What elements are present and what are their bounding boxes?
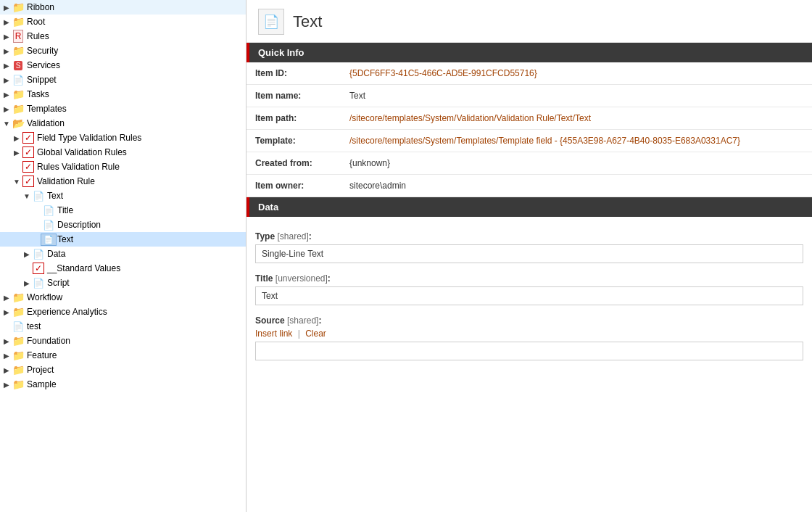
tree-toggle-validation-rule[interactable]: ▼ xyxy=(12,178,22,186)
source-input[interactable] xyxy=(255,342,803,360)
tree-icon-check: ✓ xyxy=(22,161,35,173)
tree-toggle-feature[interactable]: ▶ xyxy=(1,352,12,360)
template-value[interactable]: /sitecore/templates/System/Templates/Tem… xyxy=(349,136,740,146)
tree-icon-check: ✓ xyxy=(32,263,45,274)
tree-toggle-templates[interactable]: ▶ xyxy=(1,105,12,113)
tree-label-project: Project xyxy=(27,365,54,375)
tree-toggle-field-type-validation-rules[interactable]: ▶ xyxy=(12,134,22,142)
tree-item-title-node[interactable]: 📄Title xyxy=(0,203,246,218)
type-input[interactable] xyxy=(255,244,803,263)
insert-link-button[interactable]: Insert link xyxy=(255,329,292,339)
clear-button[interactable]: Clear xyxy=(305,329,326,339)
tree-item-services[interactable]: ▶SServices xyxy=(0,58,246,73)
tree-item-field-type-validation-rules[interactable]: ▶✓Field Type Validation Rules xyxy=(0,131,246,145)
tree-toggle-text-node[interactable]: ▼ xyxy=(22,192,32,200)
tree-toggle-ribbon[interactable]: ▶ xyxy=(1,4,12,12)
item-id-value[interactable]: {5DCF6FF3-41C5-466C-AD5E-991CFCD55716} xyxy=(349,68,537,78)
tree-icon-folder: 📁 xyxy=(12,88,25,100)
tree-label-services: Services xyxy=(27,60,60,70)
tree-label-description-node: Description xyxy=(57,220,101,230)
tree-toggle-workflow[interactable]: ▶ xyxy=(1,294,12,302)
tree-label-experience-analytics: Experience Analytics xyxy=(27,307,107,317)
content-panel: 📄 Text Quick Info Item ID: {5DCF6FF3-41C… xyxy=(246,0,812,512)
template-row: Template: /sitecore/templates/System/Tem… xyxy=(246,130,812,152)
tree-item-rules[interactable]: ▶RRules xyxy=(0,29,246,44)
tree-item-standard-values[interactable]: ✓__Standard Values xyxy=(0,261,246,276)
tree-item-rules-validation-rule[interactable]: ✓Rules Validation Rule xyxy=(0,160,246,174)
tree-label-ribbon: Ribbon xyxy=(27,2,54,12)
item-name-row: Item name: Text xyxy=(246,85,812,107)
tree-item-tasks[interactable]: ▶📁Tasks xyxy=(0,87,246,102)
tree-item-description-node[interactable]: 📄Description xyxy=(0,218,246,232)
tree-item-feature[interactable]: ▶📁Feature xyxy=(0,348,246,363)
item-path-label: Item path: xyxy=(246,107,341,130)
quick-info-header: Quick Info xyxy=(246,43,812,62)
created-from-label: Created from: xyxy=(246,152,341,175)
tree-panel: ▶📁Ribbon▶📁Root▶RRules▶📁Security▶SService… xyxy=(0,0,246,512)
tree-item-foundation[interactable]: ▶📁Foundation xyxy=(0,334,246,348)
tree-icon-check: ✓ xyxy=(22,176,35,187)
tree-label-validation-rule: Validation Rule xyxy=(37,176,95,186)
item-path-value[interactable]: /sitecore/templates/System/Validation/Va… xyxy=(349,113,591,123)
tree-toggle-sample[interactable]: ▶ xyxy=(1,381,12,389)
tree-label-test: test xyxy=(27,321,41,331)
tree-icon-template: 📄 xyxy=(12,321,25,332)
tree-icon-folder: 📁 xyxy=(12,45,25,57)
tree-item-workflow[interactable]: ▶📁Workflow xyxy=(0,290,246,305)
created-from-value: {unknown} xyxy=(341,152,812,175)
tree-toggle-root[interactable]: ▶ xyxy=(1,18,12,26)
tree-item-script-node[interactable]: ▶📄Script xyxy=(0,276,246,290)
tree-label-title-node: Title xyxy=(57,205,73,215)
tree-item-text-field-node[interactable]: 📄Text xyxy=(0,232,246,247)
page-header: 📄 Text xyxy=(246,0,812,43)
tree-toggle-rules[interactable]: ▶ xyxy=(1,33,12,41)
tree-item-text-node[interactable]: ▼📄Text xyxy=(0,189,246,203)
tree-toggle-services[interactable]: ▶ xyxy=(1,62,12,70)
data-section: Type [shared]: Title [unversioned]: Sour… xyxy=(246,217,812,368)
tree-toggle-script-node[interactable]: ▶ xyxy=(22,279,32,287)
quick-info-table: Item ID: {5DCF6FF3-41C5-466C-AD5E-991CFC… xyxy=(246,62,812,197)
tree-icon-folder: 📁 xyxy=(12,379,25,390)
page-title: Text xyxy=(293,12,322,31)
tree-item-validation-rule[interactable]: ▼✓Validation Rule xyxy=(0,174,246,189)
tree-toggle-foundation[interactable]: ▶ xyxy=(1,337,12,345)
tree-label-rules: Rules xyxy=(27,31,49,41)
tree-label-templates: Templates xyxy=(27,104,67,114)
tree-label-standard-values: __Standard Values xyxy=(47,263,120,273)
tree-toggle-project[interactable]: ▶ xyxy=(1,366,12,374)
tree-label-foundation: Foundation xyxy=(27,336,70,346)
tree-item-sample[interactable]: ▶📁Sample xyxy=(0,377,246,392)
item-name-value: Text xyxy=(341,85,812,107)
title-input[interactable] xyxy=(255,286,803,305)
document-icon: 📄 xyxy=(263,14,279,30)
tree-label-workflow: Workflow xyxy=(27,292,62,302)
tree-label-security: Security xyxy=(27,46,58,56)
tree-toggle-tasks[interactable]: ▶ xyxy=(1,91,12,99)
tree-icon-file-selected: 📄 xyxy=(42,234,55,245)
tree-item-ribbon[interactable]: ▶📁Ribbon xyxy=(0,0,246,15)
title-label: Title [unversioned]: xyxy=(255,273,803,284)
tree-toggle-validation[interactable]: ▼ xyxy=(1,120,12,128)
tree-item-global-validation-rules[interactable]: ▶✓Global Validation Rules xyxy=(0,145,246,160)
tree-item-data-node[interactable]: ▶📄Data xyxy=(0,247,246,261)
tree-item-validation[interactable]: ▼📂Validation xyxy=(0,116,246,131)
item-owner-label: Item owner: xyxy=(246,175,341,197)
tree-item-templates[interactable]: ▶📁Templates xyxy=(0,102,246,116)
tree-item-project[interactable]: ▶📁Project xyxy=(0,363,246,377)
tree-icon-folder: 📁 xyxy=(12,350,25,361)
tree-label-snippet: Snippet xyxy=(27,75,57,85)
type-label: Type [shared]: xyxy=(255,231,803,241)
tree-icon-template: 📄 xyxy=(32,190,45,202)
tree-toggle-snippet[interactable]: ▶ xyxy=(1,76,12,84)
tree-item-test[interactable]: 📄test xyxy=(0,319,246,334)
tree-item-experience-analytics[interactable]: ▶📁Experience Analytics xyxy=(0,305,246,319)
tree-item-snippet[interactable]: ▶📄Snippet xyxy=(0,73,246,87)
tree-toggle-security[interactable]: ▶ xyxy=(1,47,12,55)
tree-toggle-experience-analytics[interactable]: ▶ xyxy=(1,308,12,316)
tree-item-root[interactable]: ▶📁Root xyxy=(0,15,246,29)
tree-toggle-data-node[interactable]: ▶ xyxy=(22,250,32,258)
tree-toggle-global-validation-rules[interactable]: ▶ xyxy=(12,149,22,157)
item-owner-value: sitecore\admin xyxy=(341,175,812,197)
tree-label-script-node: Script xyxy=(47,278,70,288)
tree-item-security[interactable]: ▶📁Security xyxy=(0,44,246,58)
